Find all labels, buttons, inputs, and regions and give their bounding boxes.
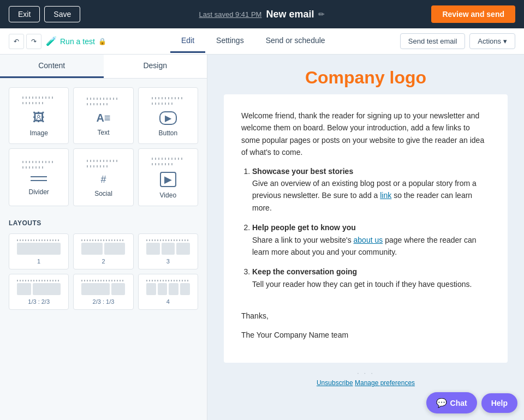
button-icon: ▶ (159, 111, 177, 125)
send-test-email-button[interactable]: Send test email (400, 33, 466, 49)
block-dots-image (22, 97, 55, 106)
top-bar-right: Review and send (431, 5, 515, 23)
main-layout: Content Design 🖼 Image A≡ Text (0, 55, 524, 420)
item-2-body: Share a link to your website's (252, 236, 352, 244)
chevron-down-icon: ▾ (503, 37, 507, 45)
layouts-section-title: LAYOUTS (0, 215, 207, 229)
item-3-title: Keep the conversation going (252, 267, 357, 276)
email-title: New email (266, 9, 314, 20)
social-icon: # (100, 174, 106, 185)
block-text-label: Text (97, 129, 109, 136)
item-1-title: Showcase your best stories (252, 167, 353, 176)
block-dots-button (152, 97, 184, 107)
undo-button[interactable]: ↶ (9, 34, 24, 49)
nav-right: Send test email Actions ▾ (400, 33, 515, 49)
undo-redo-group: ↶ ↷ (9, 34, 41, 49)
tab-send-or-schedule[interactable]: Send or schedule (255, 29, 336, 53)
list-item: Showcase your best stories Give an overv… (252, 165, 490, 214)
layout-label-2: 2 (102, 258, 105, 265)
top-bar: Exit Save Last saved 9:41 PM New email ✏… (0, 0, 524, 28)
layout-label-2-3-1-3: 2/3 : 1/3 (93, 298, 115, 305)
item-1-link[interactable]: link (380, 191, 391, 200)
layouts-grid: 1 2 (0, 229, 207, 319)
exit-button[interactable]: Exit (9, 6, 40, 22)
email-thanks: Thanks, (241, 310, 490, 322)
divider-icon (31, 176, 47, 184)
run-test-button[interactable]: 🧪 Run a test 🔒 (46, 36, 106, 46)
footer-dots: · · · (224, 369, 508, 377)
block-divider[interactable]: Divider (9, 148, 69, 206)
layout-preview-3 (146, 239, 190, 255)
block-button-label: Button (158, 129, 177, 137)
review-send-button[interactable]: Review and send (431, 5, 515, 23)
block-social[interactable]: # Social (73, 148, 133, 206)
top-bar-left: Exit Save (9, 6, 80, 22)
block-text[interactable]: A≡ Text (73, 87, 133, 144)
nav-left: ↶ ↷ 🧪 Run a test 🔒 (9, 34, 106, 49)
email-card: Welcome friend, thank the reader for sig… (224, 94, 508, 363)
layout-label-1: 1 (37, 258, 40, 265)
list-item: Help people get to know you Share a link… (252, 221, 490, 258)
layout-preview-1-3-2-3 (17, 280, 61, 295)
layout-item-3[interactable]: 3 (138, 233, 198, 269)
layout-preview-2 (81, 239, 125, 255)
item-3-body: Tell your reader how they can get in tou… (252, 280, 472, 289)
layout-preview-2-3-1-3 (81, 280, 125, 295)
redo-button[interactable]: ↷ (26, 34, 41, 49)
edit-title-icon[interactable]: ✏ (318, 10, 325, 19)
text-icon: A≡ (96, 112, 110, 124)
chat-label: Chat (450, 399, 467, 407)
email-intro: Welcome friend, thank the reader for sig… (241, 110, 490, 159)
block-social-label: Social (94, 190, 112, 197)
nav-tabs: Edit Settings Send or schedule (115, 29, 391, 53)
content-design-tabs: Content Design (0, 55, 207, 79)
item-2-title: Help people get to know you (252, 223, 356, 232)
chat-button[interactable]: 💬 Chat (426, 392, 477, 413)
tab-design[interactable]: Design (104, 55, 207, 78)
layout-item-4[interactable]: 4 (138, 274, 198, 310)
block-dots-divider (22, 161, 55, 171)
block-dots-video (152, 158, 184, 167)
layout-label-3: 3 (166, 258, 170, 265)
chat-widget: 💬 Chat Help (426, 392, 517, 413)
lock-icon: 🔒 (98, 38, 106, 45)
run-test-label: Run a test (60, 37, 95, 46)
block-divider-label: Divider (28, 188, 49, 196)
layout-item-2[interactable]: 2 (73, 233, 133, 269)
actions-button[interactable]: Actions ▾ (469, 33, 515, 49)
layout-preview-1 (17, 239, 61, 255)
block-video-label: Video (160, 191, 176, 199)
last-saved-link[interactable]: Last saved 9:41 PM (199, 10, 262, 19)
unsubscribe-link[interactable]: Unsubscribe (317, 379, 353, 387)
block-button[interactable]: ▶ Button (138, 87, 198, 144)
right-panel: Company logo Welcome friend, thank the r… (207, 55, 524, 420)
list-item: Keep the conversation going Tell your re… (252, 266, 490, 290)
beaker-icon: 🧪 (46, 36, 57, 46)
email-logo: Company logo (305, 68, 426, 88)
chat-bubble-icon: 💬 (436, 398, 447, 408)
block-dots-social (87, 160, 120, 170)
tab-settings[interactable]: Settings (205, 29, 255, 53)
email-signature: The Your Company Name team (241, 329, 490, 341)
blocks-grid: 🖼 Image A≡ Text ▶ Button (0, 79, 207, 215)
save-button[interactable]: Save (44, 6, 80, 22)
email-list: Showcase your best stories Give an overv… (252, 165, 490, 291)
help-button[interactable]: Help (481, 393, 517, 413)
layout-item-1-3-2-3[interactable]: 1/3 : 2/3 (9, 274, 69, 310)
layout-label-1-3-2-3: 1/3 : 2/3 (28, 298, 50, 305)
block-dots-text (87, 98, 120, 107)
block-image[interactable]: 🖼 Image (9, 87, 69, 144)
layout-item-1[interactable]: 1 (9, 233, 69, 269)
left-panel: Content Design 🖼 Image A≡ Text (0, 55, 207, 420)
tab-edit[interactable]: Edit (170, 29, 205, 53)
video-icon: ▶ (160, 172, 176, 187)
secondary-nav: ↶ ↷ 🧪 Run a test 🔒 Edit Settings Send or… (0, 28, 524, 55)
layout-item-2-3-1-3[interactable]: 2/3 : 1/3 (73, 274, 133, 310)
block-video[interactable]: ▶ Video (138, 148, 198, 206)
tab-content[interactable]: Content (0, 55, 104, 78)
manage-preferences-link[interactable]: Manage preferences (355, 379, 415, 387)
layout-label-4: 4 (166, 298, 170, 305)
layout-preview-4 (146, 280, 190, 295)
image-icon: 🖼 (33, 111, 45, 125)
item-2-link[interactable]: about us (354, 236, 383, 244)
